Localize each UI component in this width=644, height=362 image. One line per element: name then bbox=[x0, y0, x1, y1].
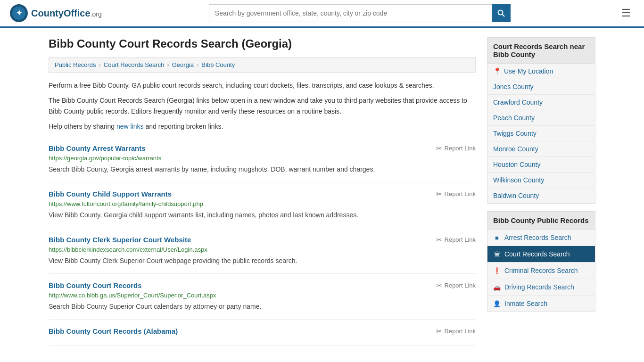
result-url[interactable]: https://georgia.gov/popular-topic/warran… bbox=[49, 155, 476, 162]
record-label: Criminal Records Search bbox=[504, 267, 578, 274]
nearby-header: Court Records Search near Bibb County bbox=[487, 38, 595, 64]
result-item: Bibb County Court Records (Alabama) ✂ Re… bbox=[49, 320, 476, 346]
nearby-county-link[interactable]: Crawford County bbox=[487, 95, 595, 110]
nearby-box: Court Records Search near Bibb County 📍 … bbox=[487, 37, 595, 204]
result-item: Bibb County Court Records ✂ Report Link … bbox=[49, 274, 476, 320]
breadcrumb-georgia[interactable]: Georgia bbox=[172, 61, 194, 68]
use-location-label: Use My Location bbox=[504, 67, 553, 75]
public-records-header: Bibb County Public Records bbox=[487, 212, 595, 230]
scissors-icon: ✂ bbox=[436, 327, 442, 336]
result-title[interactable]: Bibb County Arrest Warrants bbox=[49, 144, 146, 152]
result-header: Bibb County Court Records (Alabama) ✂ Re… bbox=[49, 327, 476, 336]
page-title: Bibb County Court Records Search (Georgi… bbox=[49, 37, 476, 50]
nearby-list: Jones CountyCrawford CountyPeach CountyT… bbox=[487, 79, 595, 203]
nearby-county-item: Jones County bbox=[487, 79, 595, 95]
nearby-county-link[interactable]: Jones County bbox=[487, 79, 595, 94]
scissors-icon: ✂ bbox=[436, 190, 442, 198]
report-link[interactable]: ✂ Report Link bbox=[436, 281, 476, 290]
record-label: Inmate Search bbox=[504, 300, 547, 307]
public-record-link[interactable]: ■ Arrest Records Search bbox=[487, 230, 595, 246]
result-title[interactable]: Bibb County Clerk Superior Court Website bbox=[49, 236, 191, 244]
result-desc: View Bibb County Clerk Superior Court we… bbox=[49, 256, 476, 266]
public-record-link[interactable]: 👤 Inmate Search bbox=[487, 296, 595, 312]
result-title[interactable]: Bibb County Court Records bbox=[49, 281, 142, 289]
result-url[interactable]: https://bibbclerkindexsearch.com/externa… bbox=[49, 246, 476, 253]
result-desc: View Bibb County, Georgia child support … bbox=[49, 210, 476, 220]
svg-text:✦: ✦ bbox=[16, 9, 23, 17]
report-label: Report Link bbox=[445, 145, 476, 152]
search-icon bbox=[497, 9, 505, 17]
result-url[interactable]: http://www.co.bibb.ga.us/Superior_Court/… bbox=[49, 292, 476, 299]
result-header: Bibb County Court Records ✂ Report Link bbox=[49, 281, 476, 290]
report-label: Report Link bbox=[445, 328, 476, 335]
logo-icon: ✦ bbox=[9, 4, 28, 23]
description-3-suffix: and reporting broken links. bbox=[144, 123, 223, 130]
location-pin-icon: 📍 bbox=[493, 67, 501, 75]
result-title[interactable]: Bibb County Court Records (Alabama) bbox=[49, 327, 178, 335]
nearby-county-link[interactable]: Houston County bbox=[487, 157, 595, 172]
breadcrumb-public-records[interactable]: Public Records bbox=[55, 61, 96, 68]
result-title[interactable]: Bibb County Child Support Warrants bbox=[49, 190, 172, 198]
public-record-link[interactable]: 🚗 Driving Records Search bbox=[487, 279, 595, 295]
scissors-icon: ✂ bbox=[436, 144, 442, 153]
breadcrumb: Public Records › Court Records Search › … bbox=[49, 57, 476, 73]
nearby-county-item: Wilkinson County bbox=[487, 173, 595, 188]
result-url[interactable]: https://www.fultoncourt.org/family/famil… bbox=[49, 200, 476, 207]
search-input[interactable] bbox=[209, 4, 492, 22]
nearby-county-link[interactable]: Baldwin County bbox=[487, 188, 595, 203]
nearby-county-item: Monroe County bbox=[487, 141, 595, 157]
menu-button[interactable]: ☰ bbox=[618, 5, 635, 21]
report-link[interactable]: ✂ Report Link bbox=[436, 327, 476, 336]
description-3: Help others by sharing new links and rep… bbox=[49, 121, 476, 132]
public-record-item: 🏛 Court Records Search bbox=[487, 246, 595, 263]
search-area bbox=[209, 4, 511, 22]
new-links-link[interactable]: new links bbox=[116, 123, 144, 130]
nearby-county-item: Peach County bbox=[487, 110, 595, 126]
scissors-icon: ✂ bbox=[436, 281, 442, 290]
scissors-icon: ✂ bbox=[436, 236, 442, 244]
record-icon: ❗ bbox=[493, 267, 501, 274]
breadcrumb-bibb-county[interactable]: Bibb County bbox=[201, 61, 235, 68]
use-location[interactable]: 📍 Use My Location bbox=[487, 64, 595, 79]
svg-point-3 bbox=[498, 10, 503, 15]
result-desc: Search Bibb County Superior Court calend… bbox=[49, 302, 476, 312]
description-3-prefix: Help others by sharing bbox=[49, 123, 116, 130]
search-button[interactable] bbox=[492, 4, 511, 22]
description-2: The Bibb County Court Records Search (Ge… bbox=[49, 95, 476, 116]
result-desc: Search Bibb County, Georgia arrest warra… bbox=[49, 165, 476, 174]
report-link[interactable]: ✂ Report Link bbox=[436, 144, 476, 153]
logo-area: ✦ CountyOffice.org bbox=[9, 4, 102, 23]
main-content: Bibb County Court Records Search (Georgi… bbox=[49, 37, 476, 346]
public-records-list: ■ Arrest Records Search 🏛 Court Records … bbox=[487, 230, 595, 312]
page-container: Bibb County Court Records Search (Georgi… bbox=[39, 28, 605, 355]
public-record-link[interactable]: ❗ Criminal Records Search bbox=[487, 263, 595, 279]
result-item: Bibb County Arrest Warrants ✂ Report Lin… bbox=[49, 137, 476, 182]
public-record-link[interactable]: 🏛 Court Records Search bbox=[487, 246, 595, 262]
public-record-item: 🚗 Driving Records Search bbox=[487, 279, 595, 296]
record-icon: ■ bbox=[493, 234, 501, 241]
result-header: Bibb County Arrest Warrants ✂ Report Lin… bbox=[49, 144, 476, 153]
results-container: Bibb County Arrest Warrants ✂ Report Lin… bbox=[49, 137, 476, 346]
nearby-county-item: Crawford County bbox=[487, 95, 595, 110]
nearby-county-item: Houston County bbox=[487, 157, 595, 173]
svg-line-4 bbox=[502, 15, 504, 17]
sidebar: Court Records Search near Bibb County 📍 … bbox=[487, 37, 595, 346]
public-records-box: Bibb County Public Records ■ Arrest Reco… bbox=[487, 211, 595, 312]
report-link[interactable]: ✂ Report Link bbox=[436, 236, 476, 244]
record-label: Arrest Records Search bbox=[504, 234, 571, 241]
breadcrumb-court-records[interactable]: Court Records Search bbox=[104, 61, 165, 68]
logo-text: CountyOffice.org bbox=[31, 8, 102, 19]
nearby-county-link[interactable]: Wilkinson County bbox=[487, 173, 595, 188]
nearby-county-link[interactable]: Peach County bbox=[487, 110, 595, 125]
public-record-item: 👤 Inmate Search bbox=[487, 296, 595, 312]
public-record-item: ❗ Criminal Records Search bbox=[487, 263, 595, 279]
record-icon: 🚗 bbox=[493, 283, 501, 291]
record-label: Driving Records Search bbox=[504, 283, 574, 291]
nearby-county-link[interactable]: Twiggs County bbox=[487, 126, 595, 141]
report-label: Report Link bbox=[445, 190, 476, 197]
nearby-county-link[interactable]: Monroe County bbox=[487, 141, 595, 156]
description-1: Perform a free Bibb County, GA public co… bbox=[49, 80, 476, 90]
report-link[interactable]: ✂ Report Link bbox=[436, 190, 476, 198]
result-item: Bibb County Clerk Superior Court Website… bbox=[49, 228, 476, 274]
result-header: Bibb County Child Support Warrants ✂ Rep… bbox=[49, 190, 476, 198]
